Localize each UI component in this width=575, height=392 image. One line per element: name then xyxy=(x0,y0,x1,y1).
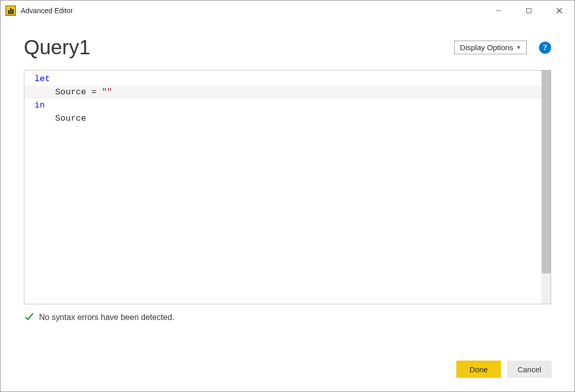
minimize-button[interactable] xyxy=(483,1,514,21)
titlebar: Advanced Editor xyxy=(1,1,574,21)
code-text: Source xyxy=(55,114,86,123)
minimize-icon xyxy=(495,8,501,14)
status-message: No syntax errors have been detected. xyxy=(39,313,174,322)
help-button[interactable]: ? xyxy=(539,42,551,54)
close-icon xyxy=(556,7,563,14)
vertical-scrollbar[interactable] xyxy=(542,70,551,304)
status-row: No syntax errors have been detected. xyxy=(24,311,551,324)
content-area: Query1 Display Options ▼ ? let Source = … xyxy=(1,21,574,334)
code-editor[interactable]: let Source = ""in Source xyxy=(24,70,551,304)
done-button[interactable]: Done xyxy=(456,361,501,378)
maximize-button[interactable] xyxy=(514,1,544,21)
code-keyword-in: in xyxy=(34,100,45,110)
close-button[interactable] xyxy=(544,1,574,21)
code-current-line: Source = "" xyxy=(24,86,542,99)
header-right: Display Options ▼ ? xyxy=(454,41,551,54)
scrollbar-thumb[interactable] xyxy=(542,70,551,273)
chevron-down-icon: ▼ xyxy=(516,45,521,50)
maximize-icon xyxy=(526,8,532,14)
cancel-button[interactable]: Cancel xyxy=(507,361,552,378)
code-area[interactable]: let Source = ""in Source xyxy=(24,70,542,304)
code-keyword-let: let xyxy=(34,74,50,84)
dialog-buttons: Done Cancel xyxy=(456,361,552,378)
display-options-dropdown[interactable]: Display Options ▼ xyxy=(454,41,527,54)
query-title: Query1 xyxy=(24,36,90,59)
app-icon xyxy=(6,6,16,16)
checkmark-icon xyxy=(24,311,34,324)
window-controls xyxy=(483,1,574,21)
help-icon-symbol: ? xyxy=(543,43,547,52)
header-row: Query1 Display Options ▼ ? xyxy=(24,36,551,59)
code-string: "" xyxy=(102,87,112,97)
code-indent xyxy=(34,114,55,123)
window-title: Advanced Editor xyxy=(21,7,73,15)
display-options-label: Display Options xyxy=(460,43,513,52)
svg-rect-1 xyxy=(527,9,531,13)
code-text: Source = xyxy=(55,87,102,97)
code-indent xyxy=(34,87,55,97)
